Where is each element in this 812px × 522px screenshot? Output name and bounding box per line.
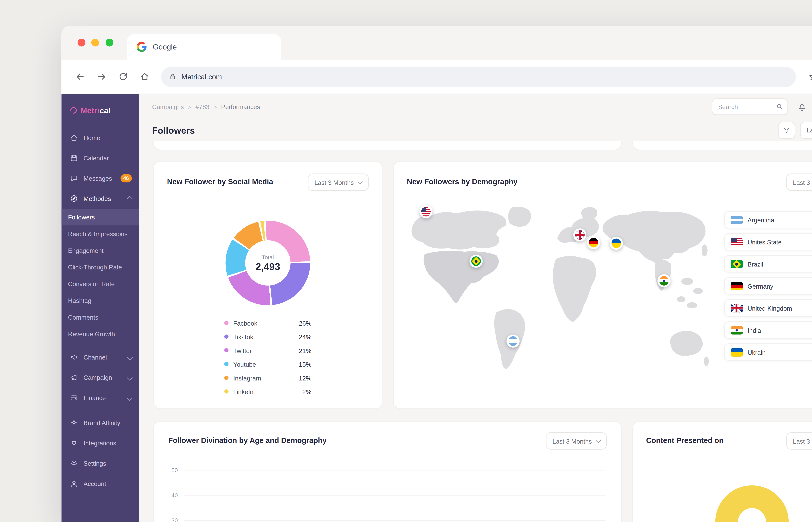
browser-tab[interactable]: Google — [127, 34, 281, 60]
legend-value: 24% — [299, 333, 311, 340]
card-title: New Followers by Demography — [407, 174, 517, 186]
sidebar-subitem-revenue-growth[interactable]: Revenue Growth — [61, 326, 139, 342]
notifications-bell-button[interactable] — [797, 102, 807, 112]
sidebar-subitem-reach-impressions[interactable]: Reach & Impressions — [61, 225, 139, 242]
channel-icon — [70, 353, 78, 361]
sidebar-item-account[interactable]: Account — [61, 474, 139, 494]
donut-center: Total 2,493 — [245, 240, 291, 285]
world-map — [407, 199, 716, 397]
sidebar-item-home[interactable]: Home — [61, 127, 139, 148]
maximize-window-button[interactable] — [105, 39, 113, 46]
sidebar-subitem-label: Click-Through Rate — [68, 264, 122, 271]
social-range-dropdown[interactable]: Last 3 Months — [308, 174, 369, 191]
sidebar-subitem-label: Comments — [68, 314, 98, 321]
legend-value: 15% — [299, 361, 311, 368]
sidebar-item-finance[interactable]: Finance — [61, 388, 139, 408]
sidebar-item-settings[interactable]: Settings — [61, 453, 139, 474]
metrical-logo-icon — [69, 106, 77, 115]
legend-label: Instagram — [233, 374, 261, 381]
minimize-window-button[interactable] — [91, 39, 99, 46]
sidebar-item-methodes[interactable]: Methodes — [61, 188, 139, 209]
map-marker-germany[interactable] — [587, 236, 600, 249]
home-icon — [70, 134, 78, 142]
breadcrumb-783[interactable]: #783 — [196, 103, 210, 111]
legend-item: LinkeIn 2% — [224, 384, 311, 398]
social-media-donut: Total 2,493 — [225, 221, 310, 305]
forward-button[interactable] — [91, 66, 112, 87]
flag-india-icon — [731, 326, 742, 334]
breadcrumb-separator: > — [188, 103, 191, 110]
gridline — [184, 469, 606, 470]
chevron-down-icon — [358, 179, 363, 184]
sidebar-item-calendar[interactable]: Calendar — [61, 148, 139, 168]
sidebar-item-campaign[interactable]: Campaign — [61, 367, 139, 388]
browser-tabstrip: Google — [61, 26, 812, 60]
map-marker-united-states[interactable] — [419, 205, 433, 218]
cards-row-2: Follower Divination by Age and Demograph… — [139, 421, 812, 522]
sidebar: Metrical Home Calendar Messages 46 — [61, 94, 139, 522]
legend-value: 2% — [302, 388, 312, 395]
breadcrumb: Campaigns > #783 > Performances — [152, 103, 260, 111]
social-media-card: New Follower by Social Media Last 3 Mont… — [153, 161, 382, 409]
sidebar-subitem-followers[interactable]: Followers — [61, 209, 139, 225]
plug-icon — [70, 439, 78, 447]
sidebar-subitem-hashtag[interactable]: Hashtag — [61, 292, 139, 309]
sidebar-item-channel[interactable]: Channel — [61, 347, 139, 367]
bookmark-star-button[interactable] — [803, 66, 812, 87]
funnel-icon — [783, 126, 791, 134]
demography-range-dropdown[interactable]: Last 3 Months — [786, 174, 812, 191]
gridline — [184, 520, 606, 520]
flag-argentina-icon — [508, 336, 518, 346]
reload-button[interactable] — [113, 66, 133, 87]
calendar-icon — [70, 154, 78, 162]
campaign-icon — [70, 373, 78, 382]
gridline — [184, 495, 606, 495]
sidebar-item-brand-affinity[interactable]: Brand Affinity — [61, 413, 139, 433]
range-label: Last 3 Months — [793, 438, 812, 445]
range-label: Last 3 Months — [314, 179, 354, 186]
sidebar-subitem-label: Conversion Rate — [68, 280, 115, 287]
map-marker-argentina[interactable] — [507, 335, 520, 348]
content-presented-card: Content Presented on Last 3 Months — [632, 421, 812, 522]
map-marker-united-kingdom[interactable] — [573, 228, 587, 242]
close-window-button[interactable] — [78, 39, 85, 46]
age-range-dropdown[interactable]: Last 3 Months — [546, 432, 607, 449]
filter-button[interactable] — [778, 121, 795, 139]
country-row-brazil: Brazil 18% — [724, 255, 812, 273]
address-bar[interactable]: Metrical.com — [161, 66, 796, 87]
sidebar-subitem-label: Followers — [68, 214, 95, 221]
sidebar-subitem-click-through-rate[interactable]: Click-Through Rate — [61, 259, 139, 276]
url-text: Metrical.com — [181, 73, 222, 81]
breadcrumb-campaigns[interactable]: Campaigns — [152, 103, 184, 111]
sidebar-item-label: Finance — [83, 394, 106, 401]
flag-argentina-icon — [731, 216, 742, 224]
messages-icon — [70, 174, 78, 182]
sidebar-subitem-engagement[interactable]: Engagement — [61, 242, 139, 259]
back-button[interactable] — [70, 66, 90, 87]
flag-germany-icon — [731, 282, 742, 290]
sidebar-subitem-conversion-rate[interactable]: Conversion Rate — [61, 276, 139, 292]
sidebar-nav: Home Calendar Messages 46 Methodes — [61, 127, 139, 494]
sidebar-item-label: Brand Affinity — [83, 419, 120, 426]
title-bar: Followers Last 3 Months — [139, 119, 812, 141]
sidebar-item-integrations[interactable]: Integrations — [61, 433, 139, 453]
google-favicon-icon — [137, 42, 147, 52]
map-marker-india[interactable] — [657, 274, 671, 287]
page-range-dropdown[interactable]: Last 3 Months — [800, 121, 812, 139]
flag-united-states-icon — [731, 238, 742, 246]
home-button[interactable] — [134, 66, 155, 87]
donut-total-label: Total — [262, 254, 274, 260]
sidebar-item-label: Campaign — [83, 374, 112, 381]
sidebar-subitem-comments[interactable]: Comments — [61, 309, 139, 326]
range-label: Last 3 Months — [807, 126, 812, 134]
content-range-dropdown[interactable]: Last 3 Months — [786, 432, 812, 449]
legend-item: Tik-Tok 24% — [224, 330, 311, 343]
sidebar-item-messages[interactable]: Messages 46 — [61, 168, 139, 188]
breadcrumb-performances[interactable]: Performances — [221, 103, 260, 111]
map-marker-brazil[interactable] — [470, 255, 483, 268]
legend-label: LinkeIn — [233, 388, 253, 395]
metrical-logo[interactable]: Metrical — [61, 100, 139, 120]
map-marker-ukraine[interactable] — [610, 237, 623, 250]
legend-item: Facbook 26% — [224, 316, 311, 330]
cards-row-1: New Follower by Social Media Last 3 Mont… — [139, 161, 812, 409]
